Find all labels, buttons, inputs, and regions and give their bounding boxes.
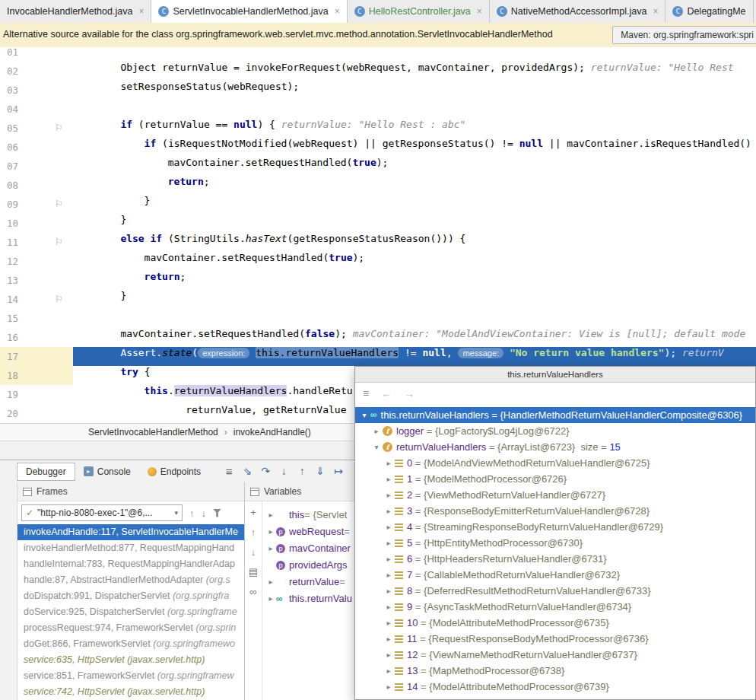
editor-gutter[interactable]: 14⚐ [0, 290, 73, 309]
add-watch-icon[interactable]: + [250, 508, 256, 517]
expander-icon[interactable]: ▸ [383, 567, 395, 583]
watch-tree-row[interactable]: ▸5 = {HttpEntityMethodProcessor@6730} [355, 535, 755, 551]
breadcrumb-item[interactable]: ServletInvocableHandlerMethod [88, 427, 218, 438]
editor-line[interactable]: 06if (isRequestNotModified(webRequest) |… [0, 138, 756, 157]
next-frame-icon[interactable]: ↓ [202, 508, 207, 519]
editor-line[interactable]: 02Object returnValue = invokeForRequest(… [0, 62, 756, 81]
editor-line[interactable]: 09⚐} [0, 195, 756, 214]
watch-tree-row[interactable]: ▸4 = {StreamingResponseBodyReturnValueHa… [355, 519, 755, 535]
watch-tree-row[interactable]: ▸flogger = {LogFactory$Log4jLog@6722} [355, 423, 755, 439]
watch-tree-row[interactable]: ▸12 = {ViewNameMethodReturnValueHandler@… [355, 647, 755, 663]
stack-frame-row[interactable]: handleInternal:783, RequestMappingHandle… [17, 556, 244, 572]
watch-tree-row[interactable]: ▸14 = {ModelAttributeMethodProcessor@673… [355, 679, 755, 695]
editor-gutter[interactable]: 15 [0, 309, 73, 328]
editor-line[interactable]: 07mavContainer.setRequestHandled(true); [0, 157, 756, 176]
breadcrumb-item[interactable]: invokeAndHandle() [233, 427, 311, 438]
view-options-icon[interactable]: ≡ [363, 387, 369, 399]
editor-line[interactable]: 13return; [0, 271, 756, 290]
stack-frame-row[interactable]: processRequest:974, FrameworkServlet (or… [17, 620, 244, 636]
move-down-icon[interactable]: ↓ [251, 547, 256, 557]
expander-icon[interactable]: ▸ [383, 583, 395, 599]
stack-frame-row[interactable]: doService:925, DispatcherServlet (org.sp… [17, 604, 244, 620]
editor-gutter[interactable]: 13 [0, 271, 73, 290]
tab-close-icon[interactable]: × [653, 6, 658, 17]
editor-line[interactable]: 12mavContainer.setRequestHandled(true); [0, 252, 756, 271]
editor-gutter[interactable]: 12 [0, 252, 73, 271]
tab-close-icon[interactable]: × [335, 6, 340, 17]
expander-icon[interactable]: ▸ [383, 503, 395, 519]
editor-line[interactable]: 14⚐} [0, 290, 756, 309]
expander-icon[interactable]: ▸ [383, 663, 395, 679]
watch-tree-row[interactable]: ▸9 = {AsyncTaskMethodReturnValueHandler@… [355, 599, 755, 615]
watch-tree-row[interactable]: ▾freturnValueHandlers = {ArrayList@6723}… [355, 439, 755, 455]
editor-line[interactable]: 10} [0, 214, 756, 233]
editor-tab[interactable]: CDelegatingMe [665, 0, 753, 23]
editor-gutter[interactable]: 03 [0, 81, 73, 100]
watch-tree-row[interactable]: ▸8 = {DeferredResultMethodReturnValueHan… [355, 583, 755, 599]
editor-gutter[interactable]: 18 [0, 366, 73, 385]
editor-tab[interactable]: InvocableHandlerMethod.java× [0, 0, 151, 23]
expander-icon[interactable]: ▸ [383, 647, 395, 663]
stack-frame-row[interactable]: invokeHandlerMethod:877, RequestMappingH… [17, 540, 244, 556]
expander-icon[interactable]: ▸ [370, 423, 383, 439]
editor-gutter[interactable]: 19 [0, 385, 73, 404]
expander-icon[interactable]: ▸ [265, 574, 276, 590]
stack-frame-row[interactable]: service:851, FrameworkServlet (org.sprin… [17, 668, 244, 684]
editor-tab[interactable]: CHelloRestController.java× [348, 0, 490, 23]
expander-icon[interactable]: ▸ [383, 519, 395, 535]
expander-icon[interactable]: ▸ [383, 535, 395, 551]
expander-icon[interactable]: ▸ [383, 455, 395, 471]
editor-gutter[interactable]: 08 [0, 176, 73, 195]
editor-gutter[interactable]: 07 [0, 157, 73, 176]
expander-icon[interactable]: ▾ [358, 407, 370, 423]
force-step-into-icon[interactable]: ⇓ [311, 465, 329, 477]
filter-icon[interactable] [213, 509, 221, 517]
editor-gutter[interactable]: 09⚐ [0, 195, 73, 214]
editor-gutter[interactable]: 04 [0, 100, 73, 119]
watch-tree-row[interactable]: ▸2 = {ViewMethodReturnValueHandler@6727} [355, 487, 755, 503]
expander-icon[interactable]: ▸ [265, 523, 276, 540]
watch-tree-row[interactable]: ▸6 = {HttpHeadersReturnValueHandler@6731… [355, 551, 755, 567]
tab-close-icon[interactable]: × [477, 6, 482, 17]
editor-line[interactable]: 11⚐else if (StringUtils.hasText(getRespo… [0, 233, 756, 252]
watch-tree-row[interactable]: ▸11 = {RequestResponseBodyMethodProcesso… [355, 631, 755, 647]
expander-icon[interactable]: ▸ [265, 507, 276, 523]
expander-icon[interactable]: ▸ [265, 540, 276, 557]
editor-line[interactable]: 01 [0, 47, 756, 62]
thread-selector[interactable]: ✓ "http-nio-8080-exec-1"@6,... ▾ [21, 504, 183, 521]
watch-tree-row[interactable]: ▸1 = {ModelMethodProcessor@6726} [355, 471, 755, 487]
tab-console[interactable]: ▸Console [75, 463, 139, 480]
editor-tab[interactable]: CServletInvocableHandlerMethod.java× [151, 0, 347, 23]
editor-gutter[interactable]: 01 [0, 47, 73, 62]
editor-gutter[interactable]: 06 [0, 138, 73, 157]
editor-line[interactable]: 03setResponseStatus(webRequest); [0, 81, 756, 100]
expander-icon[interactable]: ▸ [383, 631, 395, 647]
editor-gutter[interactable]: 11⚐ [0, 233, 73, 252]
forward-icon[interactable]: → [404, 387, 415, 399]
step-over-icon[interactable]: ↷ [256, 465, 275, 477]
expander-icon[interactable]: ▸ [383, 599, 395, 615]
expander-icon[interactable]: ▸ [383, 615, 395, 631]
watch-tree-row[interactable]: ▸7 = {CallableMethodReturnValueHandler@6… [355, 567, 755, 583]
expander-icon[interactable]: ▾ [370, 439, 383, 455]
watch-tree-row[interactable]: ▸3 = {ResponseBodyEmitterReturnValueHand… [355, 503, 755, 519]
editor-line[interactable]: 17Assert.state(expression: this.returnVa… [0, 347, 756, 366]
editor-gutter[interactable]: 17 [0, 347, 73, 366]
editor-gutter[interactable]: 05⚐ [0, 119, 73, 138]
tab-endpoints[interactable]: Endpoints [139, 463, 209, 480]
layout-menu-icon[interactable]: ≡ [220, 465, 238, 478]
watch-tree-row[interactable]: ▸0 = {ModelAndViewMethodReturnValueHandl… [355, 455, 755, 471]
tab-debugger[interactable]: Debugger [17, 463, 75, 481]
step-into-icon[interactable]: ↓ [275, 465, 293, 477]
step-out-icon[interactable]: ↑ [293, 465, 311, 477]
editor-line[interactable]: 08return; [0, 176, 756, 195]
watch-tree-row[interactable]: ▸13 = {MapMethodProcessor@6738} [355, 663, 755, 679]
back-icon[interactable]: ← [381, 387, 392, 399]
editor-line[interactable]: 05⚐if (returnValue == null) { returnValu… [0, 119, 756, 138]
watch-tree-row[interactable]: ▾∞this.returnValueHandlers = {HandlerMet… [355, 407, 755, 423]
tab-close-icon[interactable]: × [138, 6, 144, 17]
watch-tree-row[interactable]: ▸10 = {ModelAttributeMethodProcessor@673… [355, 615, 755, 631]
show-execution-point-icon[interactable]: ⇘ [238, 465, 256, 477]
previous-frame-icon[interactable]: ↑ [189, 508, 195, 519]
copy-icon[interactable]: ▤ [249, 567, 258, 577]
